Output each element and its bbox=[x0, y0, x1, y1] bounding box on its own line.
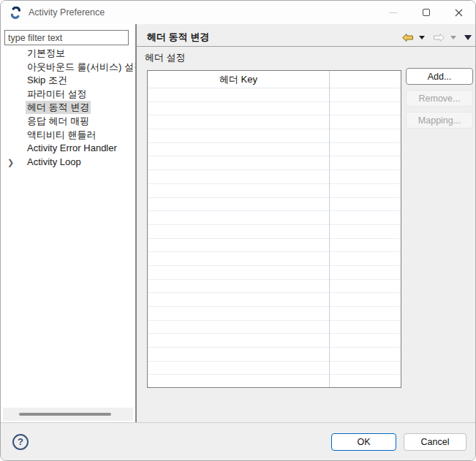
table-row[interactable] bbox=[148, 321, 401, 335]
close-icon bbox=[455, 9, 463, 17]
table-row[interactable] bbox=[148, 375, 401, 387]
history-nav bbox=[401, 31, 472, 43]
forward-history-dropdown-icon[interactable] bbox=[450, 36, 456, 39]
minimize-button[interactable] bbox=[377, 1, 409, 24]
table-row[interactable] bbox=[148, 348, 401, 362]
view-menu-icon[interactable] bbox=[464, 35, 472, 40]
table-row[interactable] bbox=[148, 252, 401, 266]
table-row[interactable] bbox=[148, 170, 401, 184]
filter-input[interactable] bbox=[4, 30, 129, 45]
table-row[interactable] bbox=[148, 239, 401, 253]
close-button[interactable] bbox=[442, 1, 475, 24]
table-row[interactable] bbox=[148, 115, 401, 129]
title-bar: Activity Preference bbox=[1, 1, 475, 24]
sidebar-horizontal-scrollbar[interactable] bbox=[3, 408, 133, 421]
back-history-dropdown-icon[interactable] bbox=[419, 36, 425, 39]
table-header-row: 헤더 Key bbox=[148, 71, 401, 88]
table-row[interactable] bbox=[148, 129, 401, 143]
tree-item-activity-loop[interactable]: ❯ Activity Loop bbox=[1, 156, 135, 169]
column-header-empty[interactable] bbox=[329, 71, 401, 88]
remove-button[interactable]: Remove... bbox=[406, 90, 473, 107]
table-row[interactable] bbox=[148, 280, 401, 294]
table-row[interactable] bbox=[148, 266, 401, 280]
help-button[interactable]: ? bbox=[12, 434, 29, 450]
section-title: 헤더 설정 bbox=[145, 51, 186, 64]
tree-item-header-dynamic-change[interactable]: 헤더 동적 변경 bbox=[1, 101, 135, 115]
app-logo-icon bbox=[10, 7, 22, 19]
header-key-table: 헤더 Key bbox=[147, 70, 401, 388]
table-row[interactable] bbox=[148, 88, 401, 102]
tree-item-activity-error-handler[interactable]: Activity Error Handler bbox=[1, 142, 135, 156]
table-row[interactable] bbox=[148, 102, 401, 116]
ok-button[interactable]: OK bbox=[331, 433, 396, 451]
table-row[interactable] bbox=[148, 211, 401, 225]
mapping-button[interactable]: Mapping... bbox=[406, 112, 473, 129]
footer-bar: ? OK Cancel bbox=[1, 423, 476, 461]
column-divider bbox=[329, 71, 330, 387]
scrollbar-thumb[interactable] bbox=[19, 413, 111, 416]
tree-item-skip-condition[interactable]: Skip 조건 bbox=[1, 74, 135, 88]
maximize-button[interactable] bbox=[409, 1, 442, 24]
table-row[interactable] bbox=[148, 156, 401, 170]
table-row[interactable] bbox=[148, 362, 401, 376]
table-row[interactable] bbox=[148, 184, 401, 198]
sidebar: 기본정보 아웃바운드 룰(서비스) 설정 Skip 조건 파라미터 설정 헤더 … bbox=[1, 24, 135, 422]
back-arrow-icon[interactable] bbox=[401, 33, 414, 42]
header-separator bbox=[137, 46, 476, 47]
add-button[interactable]: Add... bbox=[406, 68, 473, 85]
table-row[interactable] bbox=[148, 293, 401, 307]
tree-item-activity-handler[interactable]: 액티비티 핸들러 bbox=[1, 129, 135, 142]
page-title: 헤더 동적 변경 bbox=[147, 31, 209, 44]
table-row[interactable] bbox=[148, 198, 401, 212]
maximize-icon bbox=[423, 9, 430, 16]
tree-item-outbound-rule[interactable]: 아웃바운드 룰(서비스) 설정 bbox=[1, 61, 135, 75]
forward-arrow-icon[interactable] bbox=[433, 33, 445, 42]
preferences-dialog: Activity Preference 기본정보 아웃바운드 룰(서비스) 설정… bbox=[0, 0, 476, 461]
table-row[interactable] bbox=[148, 307, 401, 321]
table-row[interactable] bbox=[148, 225, 401, 239]
cancel-button[interactable]: Cancel bbox=[404, 433, 466, 451]
table-body[interactable] bbox=[148, 88, 401, 387]
preference-tree: 기본정보 아웃바운드 룰(서비스) 설정 Skip 조건 파라미터 설정 헤더 … bbox=[1, 47, 135, 169]
table-row[interactable] bbox=[148, 143, 401, 157]
main-panel: 헤더 동적 변경 헤더 설정 헤더 Key A bbox=[137, 24, 476, 422]
window-title: Activity Preference bbox=[29, 7, 105, 18]
minimize-icon bbox=[389, 12, 397, 13]
chevron-right-icon[interactable]: ❯ bbox=[7, 156, 18, 169]
table-row[interactable] bbox=[148, 334, 401, 348]
tree-item-response-header-mapping[interactable]: 응답 헤더 매핑 bbox=[1, 115, 135, 129]
column-header-header-key[interactable]: 헤더 Key bbox=[148, 71, 329, 88]
tree-item-basic-info[interactable]: 기본정보 bbox=[1, 47, 135, 61]
tree-item-parameter-settings[interactable]: 파라미터 설정 bbox=[1, 88, 135, 102]
